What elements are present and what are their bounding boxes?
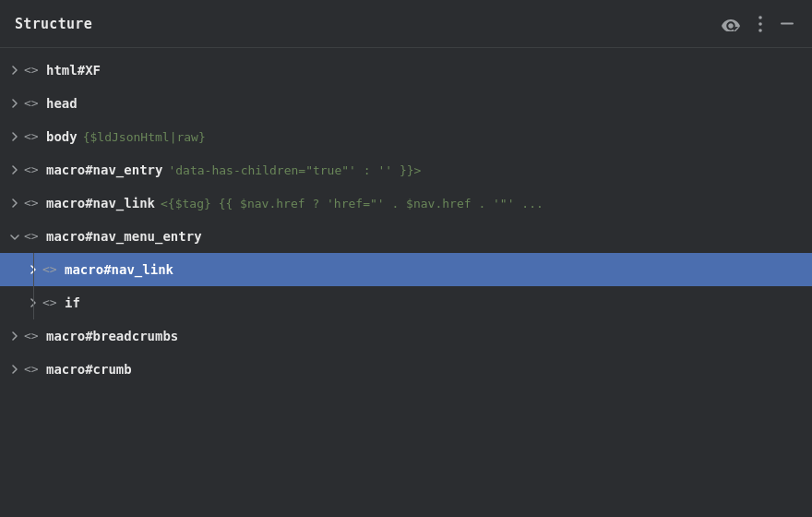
svg-text:<>: <> — [24, 363, 39, 376]
tree-item-head[interactable]: <>head — [0, 87, 812, 120]
tag-icon: <> — [42, 263, 59, 276]
chevron-right-icon — [11, 198, 18, 208]
tag-icon: <> — [24, 163, 41, 176]
tree-item-html[interactable]: <>html#XF — [0, 54, 812, 87]
chevron-right-icon — [11, 132, 18, 141]
panel-header: Structure — [0, 0, 812, 48]
node-name-macro-nav-link: macro#nav_link — [46, 196, 155, 210]
node-name-macro-breadcrumbs: macro#breadcrumbs — [46, 329, 178, 343]
node-name-macro-crumb: macro#crumb — [46, 362, 132, 377]
tag-icon: <> — [24, 64, 41, 77]
node-name-if: if — [65, 295, 80, 310]
tree-vertical-line — [33, 286, 34, 319]
node-name-macro-nav-menu-entry: macro#nav_menu_entry — [46, 229, 202, 244]
tree-item-macro-nav-entry[interactable]: <>macro#nav_entry'data-has-children="tru… — [0, 153, 812, 186]
chevron-right-icon — [11, 165, 18, 174]
node-name-html: html#XF — [46, 63, 101, 78]
expand-arrow — [7, 230, 22, 245]
structure-panel: Structure — [0, 0, 812, 517]
tag-icon: <> — [24, 363, 41, 376]
chevron-right-icon — [11, 365, 18, 374]
svg-text:<>: <> — [42, 296, 57, 309]
expand-arrow — [7, 63, 22, 78]
tree-item-macro-breadcrumbs[interactable]: <>macro#breadcrumbs — [0, 319, 812, 353]
tree-container[interactable]: <>html#XF<>head<>body{$ldJsonHtml|raw}<>… — [0, 48, 812, 517]
tree-item-macro-nav-menu-entry[interactable]: <>macro#nav_menu_entry — [0, 220, 812, 253]
tag-icon: <> — [24, 230, 41, 243]
chevron-right-icon — [11, 99, 18, 108]
expand-arrow — [7, 162, 22, 177]
tree-item-macro-crumb[interactable]: <>macro#crumb — [0, 353, 812, 386]
panel-actions — [718, 12, 797, 36]
svg-point-3 — [758, 22, 762, 26]
panel-title: Structure — [15, 16, 92, 32]
minus-icon — [781, 22, 794, 25]
svg-text:<>: <> — [24, 97, 39, 110]
chevron-right-icon — [10, 234, 19, 241]
svg-rect-5 — [781, 23, 794, 25]
node-attr-macro-nav-entry: 'data-has-children="true"' : '' }}> — [168, 163, 421, 177]
node-attr-body: {$ldJsonHtml|raw} — [83, 130, 206, 144]
collapse-button[interactable] — [777, 18, 797, 29]
svg-text:<>: <> — [24, 64, 39, 77]
ellipsis-vertical-icon — [758, 16, 762, 32]
eye-icon — [722, 17, 740, 31]
chevron-right-icon — [11, 66, 18, 75]
node-name-macro-nav-entry: macro#nav_entry — [46, 162, 162, 177]
expand-arrow — [7, 196, 22, 210]
svg-point-4 — [758, 29, 762, 32]
expand-arrow — [7, 96, 22, 111]
tree-item-body[interactable]: <>body{$ldJsonHtml|raw} — [0, 120, 812, 153]
node-name-body: body — [46, 129, 78, 144]
svg-text:<>: <> — [24, 330, 39, 343]
tree-item-if[interactable]: <>if — [0, 286, 812, 319]
svg-text:<>: <> — [24, 230, 39, 243]
tree-vertical-line — [33, 253, 34, 286]
tag-icon: <> — [24, 130, 41, 143]
chevron-right-icon — [11, 331, 18, 341]
tree-item-macro-nav-link[interactable]: <>macro#nav_link<{$tag} {{ $nav.href ? '… — [0, 186, 812, 220]
tag-icon: <> — [24, 197, 41, 210]
svg-text:<>: <> — [24, 130, 39, 143]
node-attr-macro-nav-link: <{$tag} {{ $nav.href ? 'href="' . $nav.h… — [161, 197, 543, 210]
svg-text:<>: <> — [42, 263, 57, 276]
node-name-macro-nav-link-child: macro#nav_link — [65, 262, 173, 277]
svg-text:<>: <> — [24, 163, 39, 176]
tag-icon: <> — [42, 296, 59, 309]
more-options-button[interactable] — [755, 12, 766, 36]
eye-icon-button[interactable] — [718, 13, 744, 35]
tag-icon: <> — [24, 97, 41, 110]
tag-icon: <> — [24, 330, 41, 343]
node-name-head: head — [46, 96, 78, 111]
tree-item-macro-nav-link-child[interactable]: <>macro#nav_link — [0, 253, 812, 286]
expand-arrow — [7, 129, 22, 144]
expand-arrow — [7, 329, 22, 343]
svg-text:<>: <> — [24, 197, 39, 210]
expand-arrow — [7, 362, 22, 377]
svg-point-2 — [758, 16, 762, 19]
